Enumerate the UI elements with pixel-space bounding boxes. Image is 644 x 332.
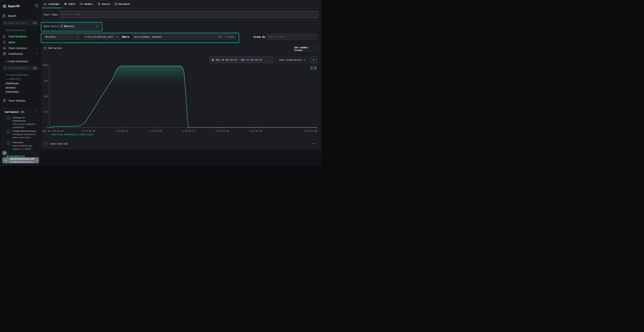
preset-services[interactable]: Services (6, 86, 16, 89)
svg-text:6:30:00 PM: 6:30:00 PM (149, 130, 161, 132)
user-org: dale@clickhouse.com's (10, 161, 33, 163)
add-series-label: Add Series (48, 47, 62, 49)
chevron-up-icon[interactable] (34, 111, 37, 113)
svg-text:9:30:00 PM: 9:30:00 PM (182, 130, 195, 132)
svg-text:12:30:00 AM: 12:30:00 AM (216, 130, 229, 132)
saved-dashboards-input[interactable]: Saved Dashboards ⌘K (2, 66, 39, 71)
tab-search[interactable]: Search (95, 0, 112, 8)
dashboard-grid-icon (3, 52, 6, 55)
get-started-header[interactable]: Get Started 3/3 (5, 110, 37, 114)
chevron-up-icon[interactable] (36, 15, 39, 17)
chart-name-input[interactable] (62, 13, 316, 16)
y-ticks (48, 65, 51, 128)
chevron-down-icon (6, 79, 8, 80)
app-title: HyperDX (8, 5, 20, 8)
where-input[interactable]: ServiceName: payment SQL | Lucene (132, 34, 236, 40)
create-dashboard-button[interactable]: + Create Dashboard (5, 60, 28, 63)
hyperdx-logo-icon (2, 4, 6, 8)
generated-sql-toggle[interactable]: <> Generated SQL (42, 140, 318, 148)
get-started-item[interactable]: Add Data Start sending logs, metrics, or… (6, 141, 38, 150)
sidebar-section-search[interactable]: Search (2, 14, 39, 17)
get-started-item[interactable]: Create Data Sources Configure where your… (6, 130, 38, 139)
laptop-icon (3, 46, 6, 50)
tab-line-bar[interactable]: Line/Bar (42, 0, 62, 8)
data-source-value: Metrics (64, 25, 74, 28)
get-started-item-title: Connect to ClickHouse (12, 116, 26, 122)
where-label: Where (122, 36, 129, 38)
generated-sql-label: Generated SQL (50, 142, 68, 145)
get-started-item[interactable]: Connect to ClickHouse Set up your databa… (6, 116, 38, 129)
divider (0, 19, 41, 19)
date-range-value: May 26 09:29:19 - May 27 09:29:19 (216, 58, 262, 61)
sidebar-item-chart-explorer[interactable]: Chart Explorer (0, 34, 41, 39)
saved-searches-placeholder: Saved Searches (8, 22, 31, 24)
check-circle-icon (6, 141, 10, 145)
svg-text:9:00:00 AM: 9:00:00 AM (305, 130, 317, 132)
bell-icon (3, 40, 6, 44)
chevron-up-icon[interactable] (36, 53, 38, 54)
question-icon: ? (4, 152, 5, 154)
nav-label: Client Sessions (8, 46, 27, 50)
get-started-title: Get Started (5, 110, 18, 114)
page-background (41, 150, 322, 166)
remove-metric-icon[interactable]: × (116, 35, 118, 38)
tab-table[interactable]: Table (62, 0, 78, 8)
legend-dash-icon: — (49, 133, 51, 136)
add-series-button[interactable]: Add Series (44, 47, 62, 49)
tab-label: Search (102, 3, 110, 5)
sidebar-item-client-sessions[interactable]: Client Sessions (0, 46, 41, 50)
set-number-format-button[interactable]: Set number format (294, 46, 317, 51)
date-range-picker[interactable]: May 26 09:29:19 - May 27 09:29:19 (209, 56, 273, 63)
aggregation-value: Maximum (46, 36, 55, 38)
group-by-input[interactable] (269, 36, 315, 38)
tab-markdown[interactable]: Markdown (112, 0, 132, 8)
get-started-item-title: Create Data Sources (12, 130, 36, 132)
saved-searches-input[interactable]: Saved Searches ⌘K (2, 20, 39, 26)
set-number-format-label: Set number format (294, 46, 317, 52)
chevron-down-icon (304, 59, 305, 60)
presets-toggle[interactable]: PRESETS (6, 78, 21, 80)
svg-text:75K: 75K (44, 80, 48, 82)
tab-label: Markdown (119, 3, 130, 5)
granularity-select[interactable]: Auto Granularity (276, 56, 309, 63)
plus-icon: + (5, 60, 7, 63)
tab-number[interactable]: 123 Number (78, 0, 95, 8)
where-value: ServiceName: payment (134, 36, 162, 38)
lucene-mode-toggle[interactable]: Lucene (226, 36, 234, 38)
search-icon (4, 22, 6, 24)
sidebar-item-alerts[interactable]: Alerts (0, 40, 41, 45)
svg-text:50K: 50K (44, 95, 48, 98)
svg-text:3:30:00 AM: 3:30:00 AM (249, 130, 262, 132)
user-menu[interactable]: D dale@clickhouse.com dale@clickhouse.co… (2, 157, 39, 163)
saved-dashboards-placeholder: Saved Dashboards (8, 67, 31, 70)
sidebar-item-dashboards[interactable]: Dashboards (0, 51, 41, 56)
shortcut-badge: ⌘K (32, 22, 38, 24)
numbers-icon: 123 (80, 3, 83, 5)
granularity-value: Auto Granularity (279, 58, 302, 61)
document-lines-icon (98, 3, 100, 5)
metric-name: visa_validation_cach (85, 36, 113, 38)
gear-icon (3, 99, 6, 102)
avatar: D (4, 158, 8, 162)
preset-clickhouse[interactable]: ClickHouse (6, 82, 18, 85)
chart-type-tabbar: Line/Bar Table 123 Number Search Markdow… (41, 0, 322, 8)
group-by-label: Group By (254, 36, 265, 38)
help-button[interactable]: ? (2, 150, 7, 156)
preset-kubernetes[interactable]: Kubernetes (6, 90, 19, 93)
metric-tag[interactable]: visa_validation_cach × (83, 34, 120, 40)
get-started-item-desc: Start sending logs, metrics, or traces (12, 144, 32, 150)
app-window: HyperDX Search Saved Searches ⌘K No save… (0, 0, 322, 166)
run-query-button[interactable] (311, 56, 317, 63)
chart-legend[interactable]: — max(visa_validation_cache.size) (49, 133, 94, 136)
app-logo[interactable]: HyperDX (2, 4, 20, 8)
code-icon: <> (44, 142, 48, 146)
table-icon (64, 3, 67, 5)
sql-mode-toggle[interactable]: SQL (218, 36, 222, 38)
data-source-select[interactable]: Metrics (58, 24, 100, 29)
sidebar-collapse-icon[interactable] (35, 4, 38, 7)
aggregation-select[interactable]: Maximum (43, 34, 80, 40)
sidebar-item-team-settings[interactable]: Team Settings (0, 98, 41, 103)
check-circle-icon (6, 116, 10, 120)
scrollbar-track[interactable] (321, 0, 322, 166)
timeseries-chart[interactable]: 100K 75K 50K 25K 0 May 26 9:00:00 AM 12:… (41, 64, 322, 133)
